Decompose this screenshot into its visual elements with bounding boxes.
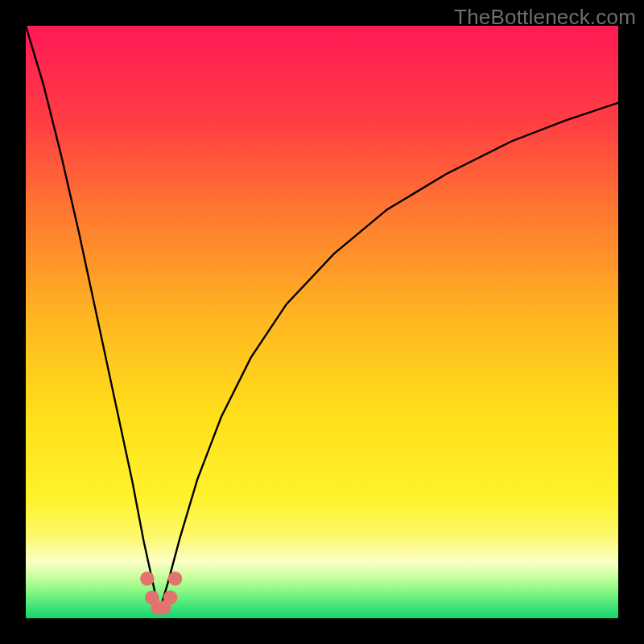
watermark-text: TheBottleneck.com bbox=[454, 5, 636, 30]
trough-markers bbox=[140, 572, 182, 615]
trough-marker bbox=[168, 572, 183, 586]
curve-left-branch bbox=[26, 26, 159, 613]
bottleneck-curve bbox=[26, 26, 618, 618]
curve-right-branch bbox=[159, 103, 618, 613]
outer-frame: TheBottleneck.com bbox=[0, 0, 644, 644]
trough-marker bbox=[163, 590, 178, 605]
trough-marker bbox=[140, 572, 155, 586]
plot-area bbox=[26, 26, 618, 618]
